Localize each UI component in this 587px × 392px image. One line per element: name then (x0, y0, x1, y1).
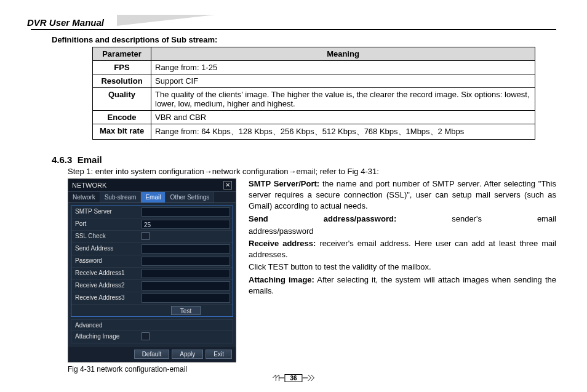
ssl-checkbox[interactable] (142, 232, 150, 240)
page-header: DVR User Manual (31, 17, 556, 30)
label-send-address: Send Address (71, 243, 139, 255)
send-address-input[interactable] (142, 244, 230, 254)
label-password: Password (71, 255, 139, 267)
label-smtp: SMTP Server (71, 206, 139, 218)
tab-network[interactable]: Network (68, 192, 100, 202)
password-input[interactable] (142, 257, 230, 266)
label-ssl: SSL Check (71, 231, 139, 242)
substream-table: Parameter Meaning FPS Range from: 1-25 R… (92, 47, 535, 140)
port-input[interactable]: 25 (142, 220, 230, 229)
receive2-input[interactable] (142, 281, 230, 290)
header-title: DVR User Manual (27, 17, 104, 28)
default-button[interactable]: Default (134, 350, 170, 359)
exit-button[interactable]: Exit (206, 350, 232, 359)
tab-substream[interactable]: Sub-stream (100, 192, 142, 202)
ornament-left-icon (272, 374, 284, 382)
smtp-input[interactable] (142, 207, 230, 217)
close-icon[interactable]: ✕ (223, 181, 232, 190)
apply-button[interactable]: Apply (172, 350, 203, 359)
receive1-input[interactable] (142, 269, 230, 278)
ornament-right-icon (303, 374, 315, 382)
page-number-ornament: 36 (272, 374, 314, 384)
figure-caption: Fig 4-31 network configuration-email (68, 365, 556, 374)
dialog-tabs: Network Sub-stream Email Other Settings (68, 192, 236, 203)
th-meaning: Meaning (151, 47, 535, 61)
th-parameter: Parameter (93, 47, 151, 61)
arrow-icon: → (288, 167, 296, 176)
test-button[interactable]: Test (171, 306, 201, 315)
description-text: SMTP Server/Port: the name and port numb… (249, 178, 556, 362)
table-row: Resolution Support CIF (93, 74, 535, 88)
label-receive2: Receive Address2 (71, 280, 139, 292)
label-receive3: Receive Address3 (71, 292, 139, 304)
table-row: Quality The quality of the clients' imag… (93, 88, 535, 111)
tab-other-settings[interactable]: Other Settings (166, 192, 214, 202)
label-receive1: Receive Address1 (71, 268, 139, 279)
label-advanced: Advanced (71, 320, 233, 330)
arrow-icon: → (204, 167, 212, 176)
substream-defs-heading: Definitions and descriptions of Sub stre… (52, 35, 556, 44)
page-number: 36 (284, 374, 302, 382)
dialog-title: NETWORK (72, 182, 106, 189)
table-row: Encode VBR and CBR (93, 111, 535, 124)
table-row: Max bit rate Range from: 64 Kbps、128 Kbp… (93, 124, 535, 140)
attaching-image-checkbox[interactable] (142, 332, 150, 340)
label-attaching-image: Attaching Image (71, 331, 139, 343)
receive3-input[interactable] (142, 294, 230, 303)
step1-text: Step 1: enter into system configuration→… (68, 167, 556, 176)
network-dialog: NETWORK ✕ Network Sub-stream Email Other… (68, 178, 236, 362)
section-heading: 4.6.3 Email (52, 154, 556, 165)
table-row: FPS Range from: 1-25 (93, 61, 535, 74)
label-port: Port (71, 218, 139, 230)
tab-email[interactable]: Email (141, 192, 166, 202)
